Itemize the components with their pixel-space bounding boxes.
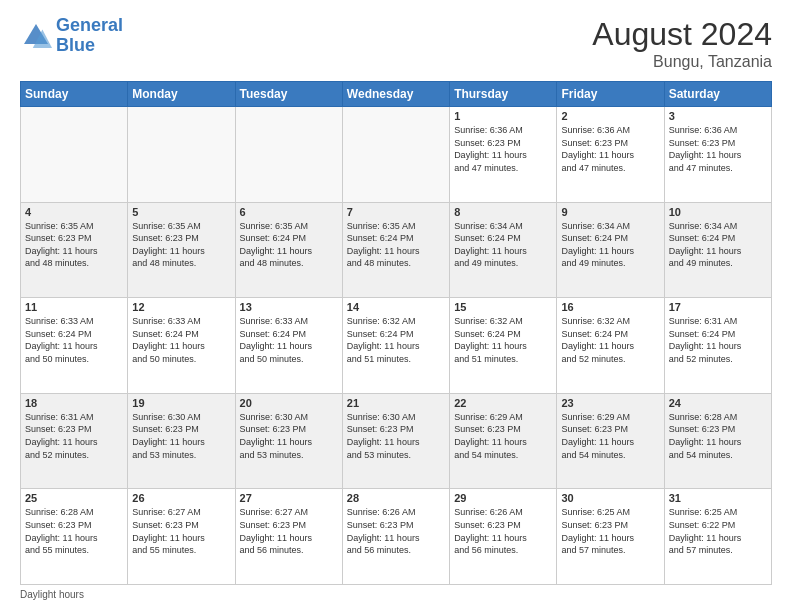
day-number: 3 (669, 110, 767, 122)
table-row: 23Sunrise: 6:29 AM Sunset: 6:23 PM Dayli… (557, 393, 664, 489)
day-number: 29 (454, 492, 552, 504)
table-row: 24Sunrise: 6:28 AM Sunset: 6:23 PM Dayli… (664, 393, 771, 489)
calendar-week-row: 4Sunrise: 6:35 AM Sunset: 6:23 PM Daylig… (21, 202, 772, 298)
table-row: 1Sunrise: 6:36 AM Sunset: 6:23 PM Daylig… (450, 107, 557, 203)
day-info: Sunrise: 6:32 AM Sunset: 6:24 PM Dayligh… (454, 315, 552, 365)
day-info: Sunrise: 6:36 AM Sunset: 6:23 PM Dayligh… (454, 124, 552, 174)
day-info: Sunrise: 6:30 AM Sunset: 6:23 PM Dayligh… (240, 411, 338, 461)
table-row: 28Sunrise: 6:26 AM Sunset: 6:23 PM Dayli… (342, 489, 449, 585)
col-sunday: Sunday (21, 82, 128, 107)
col-tuesday: Tuesday (235, 82, 342, 107)
day-number: 23 (561, 397, 659, 409)
day-info: Sunrise: 6:27 AM Sunset: 6:23 PM Dayligh… (240, 506, 338, 556)
day-number: 22 (454, 397, 552, 409)
col-thursday: Thursday (450, 82, 557, 107)
logo-icon (20, 20, 52, 52)
table-row: 10Sunrise: 6:34 AM Sunset: 6:24 PM Dayli… (664, 202, 771, 298)
day-info: Sunrise: 6:29 AM Sunset: 6:23 PM Dayligh… (454, 411, 552, 461)
day-number: 13 (240, 301, 338, 313)
table-row: 12Sunrise: 6:33 AM Sunset: 6:24 PM Dayli… (128, 298, 235, 394)
day-info: Sunrise: 6:28 AM Sunset: 6:23 PM Dayligh… (669, 411, 767, 461)
day-info: Sunrise: 6:30 AM Sunset: 6:23 PM Dayligh… (347, 411, 445, 461)
day-number: 7 (347, 206, 445, 218)
table-row: 11Sunrise: 6:33 AM Sunset: 6:24 PM Dayli… (21, 298, 128, 394)
calendar-week-row: 18Sunrise: 6:31 AM Sunset: 6:23 PM Dayli… (21, 393, 772, 489)
day-info: Sunrise: 6:30 AM Sunset: 6:23 PM Dayligh… (132, 411, 230, 461)
day-info: Sunrise: 6:25 AM Sunset: 6:23 PM Dayligh… (561, 506, 659, 556)
day-number: 17 (669, 301, 767, 313)
day-info: Sunrise: 6:26 AM Sunset: 6:23 PM Dayligh… (347, 506, 445, 556)
table-row (128, 107, 235, 203)
day-number: 18 (25, 397, 123, 409)
table-row: 30Sunrise: 6:25 AM Sunset: 6:23 PM Dayli… (557, 489, 664, 585)
location: Bungu, Tanzania (592, 53, 772, 71)
col-monday: Monday (128, 82, 235, 107)
table-row: 4Sunrise: 6:35 AM Sunset: 6:23 PM Daylig… (21, 202, 128, 298)
calendar-week-row: 25Sunrise: 6:28 AM Sunset: 6:23 PM Dayli… (21, 489, 772, 585)
day-number: 12 (132, 301, 230, 313)
calendar-week-row: 11Sunrise: 6:33 AM Sunset: 6:24 PM Dayli… (21, 298, 772, 394)
table-row (21, 107, 128, 203)
day-info: Sunrise: 6:34 AM Sunset: 6:24 PM Dayligh… (454, 220, 552, 270)
table-row: 19Sunrise: 6:30 AM Sunset: 6:23 PM Dayli… (128, 393, 235, 489)
day-info: Sunrise: 6:33 AM Sunset: 6:24 PM Dayligh… (25, 315, 123, 365)
day-number: 19 (132, 397, 230, 409)
col-friday: Friday (557, 82, 664, 107)
table-row: 25Sunrise: 6:28 AM Sunset: 6:23 PM Dayli… (21, 489, 128, 585)
logo-text: General Blue (56, 16, 123, 56)
day-info: Sunrise: 6:35 AM Sunset: 6:23 PM Dayligh… (25, 220, 123, 270)
table-row: 7Sunrise: 6:35 AM Sunset: 6:24 PM Daylig… (342, 202, 449, 298)
table-row: 14Sunrise: 6:32 AM Sunset: 6:24 PM Dayli… (342, 298, 449, 394)
col-wednesday: Wednesday (342, 82, 449, 107)
day-info: Sunrise: 6:33 AM Sunset: 6:24 PM Dayligh… (240, 315, 338, 365)
day-info: Sunrise: 6:28 AM Sunset: 6:23 PM Dayligh… (25, 506, 123, 556)
day-info: Sunrise: 6:35 AM Sunset: 6:24 PM Dayligh… (240, 220, 338, 270)
day-number: 16 (561, 301, 659, 313)
table-row: 8Sunrise: 6:34 AM Sunset: 6:24 PM Daylig… (450, 202, 557, 298)
table-row: 22Sunrise: 6:29 AM Sunset: 6:23 PM Dayli… (450, 393, 557, 489)
calendar-header-row: Sunday Monday Tuesday Wednesday Thursday… (21, 82, 772, 107)
day-number: 31 (669, 492, 767, 504)
day-info: Sunrise: 6:35 AM Sunset: 6:23 PM Dayligh… (132, 220, 230, 270)
table-row: 31Sunrise: 6:25 AM Sunset: 6:22 PM Dayli… (664, 489, 771, 585)
day-number: 27 (240, 492, 338, 504)
table-row: 20Sunrise: 6:30 AM Sunset: 6:23 PM Dayli… (235, 393, 342, 489)
day-number: 26 (132, 492, 230, 504)
day-number: 6 (240, 206, 338, 218)
day-number: 20 (240, 397, 338, 409)
day-info: Sunrise: 6:26 AM Sunset: 6:23 PM Dayligh… (454, 506, 552, 556)
day-info: Sunrise: 6:27 AM Sunset: 6:23 PM Dayligh… (132, 506, 230, 556)
day-number: 4 (25, 206, 123, 218)
table-row: 3Sunrise: 6:36 AM Sunset: 6:23 PM Daylig… (664, 107, 771, 203)
day-info: Sunrise: 6:32 AM Sunset: 6:24 PM Dayligh… (561, 315, 659, 365)
month-year: August 2024 (592, 16, 772, 53)
day-info: Sunrise: 6:33 AM Sunset: 6:24 PM Dayligh… (132, 315, 230, 365)
day-number: 1 (454, 110, 552, 122)
day-number: 10 (669, 206, 767, 218)
day-info: Sunrise: 6:34 AM Sunset: 6:24 PM Dayligh… (561, 220, 659, 270)
table-row (342, 107, 449, 203)
table-row: 15Sunrise: 6:32 AM Sunset: 6:24 PM Dayli… (450, 298, 557, 394)
header: General Blue August 2024 Bungu, Tanzania (20, 16, 772, 71)
table-row: 26Sunrise: 6:27 AM Sunset: 6:23 PM Dayli… (128, 489, 235, 585)
day-number: 11 (25, 301, 123, 313)
day-number: 21 (347, 397, 445, 409)
calendar: Sunday Monday Tuesday Wednesday Thursday… (20, 81, 772, 585)
day-number: 2 (561, 110, 659, 122)
day-number: 8 (454, 206, 552, 218)
table-row: 2Sunrise: 6:36 AM Sunset: 6:23 PM Daylig… (557, 107, 664, 203)
day-info: Sunrise: 6:29 AM Sunset: 6:23 PM Dayligh… (561, 411, 659, 461)
logo: General Blue (20, 16, 123, 56)
day-info: Sunrise: 6:36 AM Sunset: 6:23 PM Dayligh… (669, 124, 767, 174)
table-row: 27Sunrise: 6:27 AM Sunset: 6:23 PM Dayli… (235, 489, 342, 585)
day-number: 30 (561, 492, 659, 504)
table-row: 16Sunrise: 6:32 AM Sunset: 6:24 PM Dayli… (557, 298, 664, 394)
day-info: Sunrise: 6:25 AM Sunset: 6:22 PM Dayligh… (669, 506, 767, 556)
page: General Blue August 2024 Bungu, Tanzania… (0, 0, 792, 612)
table-row (235, 107, 342, 203)
table-row: 17Sunrise: 6:31 AM Sunset: 6:24 PM Dayli… (664, 298, 771, 394)
table-row: 21Sunrise: 6:30 AM Sunset: 6:23 PM Dayli… (342, 393, 449, 489)
day-info: Sunrise: 6:31 AM Sunset: 6:24 PM Dayligh… (669, 315, 767, 365)
day-info: Sunrise: 6:36 AM Sunset: 6:23 PM Dayligh… (561, 124, 659, 174)
day-number: 28 (347, 492, 445, 504)
